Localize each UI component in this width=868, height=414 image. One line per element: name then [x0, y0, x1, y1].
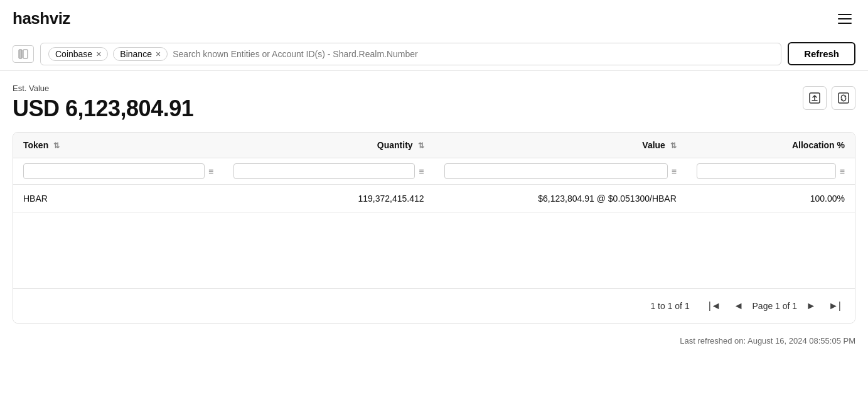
main-content: Est. Value USD 6,123,804.91	[0, 71, 868, 330]
value-section: Est. Value USD 6,123,804.91	[13, 84, 855, 122]
footer: Last refreshed on: August 16, 2024 08:55…	[0, 330, 868, 352]
col-header-quantity[interactable]: Quantity ⇅	[223, 133, 434, 158]
binance-tag-close[interactable]: ×	[156, 50, 161, 58]
search-row: Coinbase × Binance × Refresh	[0, 37, 868, 71]
portfolio-value-block: Est. Value USD 6,123,804.91	[13, 84, 193, 122]
export-icon	[809, 92, 820, 104]
empty-space	[13, 213, 855, 288]
sidebar-toggle-button[interactable]	[13, 45, 34, 63]
sort-quantity-icon: ⇅	[418, 141, 424, 150]
filter-cell-quantity: ≡	[223, 158, 434, 185]
hamburger-menu-button[interactable]	[834, 10, 855, 28]
tag-label: Binance	[120, 49, 152, 59]
pagination-range: 1 to 1 of 1	[650, 301, 689, 311]
data-table: Token ⇅ Quantity ⇅ Value ⇅ Allocation %	[13, 133, 855, 288]
empty-row	[13, 213, 855, 288]
portfolio-table: Token ⇅ Quantity ⇅ Value ⇅ Allocation %	[13, 132, 855, 324]
filter-input-token[interactable]	[23, 163, 205, 179]
export-button[interactable]	[803, 86, 827, 110]
refresh-button[interactable]: Refresh	[788, 42, 855, 65]
last-refreshed-text: Last refreshed on: August 16, 2024 08:55…	[680, 336, 855, 346]
filter-cell-token: ≡	[13, 158, 223, 185]
sidebar-icon	[18, 49, 28, 59]
portfolio-value: USD 6,123,804.91	[13, 95, 193, 122]
svg-rect-0	[19, 50, 22, 58]
cell-token: HBAR	[13, 185, 223, 213]
app-logo: hashviz	[13, 9, 70, 28]
filter-cell-allocation: ≡	[687, 158, 855, 185]
last-page-button[interactable]: ►|	[825, 298, 845, 314]
app-header: hashviz	[0, 0, 868, 37]
coinbase-tag-close[interactable]: ×	[96, 50, 101, 58]
action-buttons	[803, 86, 855, 110]
search-input[interactable]	[173, 49, 773, 59]
filter-row: ≡ ≡ ≡	[13, 158, 855, 185]
binance-filter-tag: Binance ×	[113, 47, 168, 61]
page-indicator: Page 1 of 1	[753, 301, 798, 311]
tag-label: Coinbase	[55, 49, 92, 59]
filter-icon-allocation[interactable]: ≡	[840, 166, 845, 177]
col-header-token[interactable]: Token ⇅	[13, 133, 223, 158]
filter-input-allocation[interactable]	[697, 163, 836, 179]
cell-value: $6,123,804.91 @ $0.051300/HBAR	[434, 185, 687, 213]
svg-rect-1	[23, 50, 28, 58]
pagination-row: 1 to 1 of 1 |◄ ◄ Page 1 of 1 ► ►|	[13, 288, 855, 323]
est-value-label: Est. Value	[13, 84, 193, 93]
col-header-value[interactable]: Value ⇅	[434, 133, 687, 158]
refresh-small-button[interactable]	[832, 86, 855, 110]
refresh-icon	[838, 92, 849, 104]
table-header-row: Token ⇅ Quantity ⇅ Value ⇅ Allocation %	[13, 133, 855, 158]
sort-value-icon: ⇅	[670, 141, 677, 150]
filter-cell-value: ≡	[434, 158, 687, 185]
sort-token-icon: ⇅	[53, 141, 60, 150]
search-bar: Coinbase × Binance ×	[40, 43, 781, 65]
cell-allocation: 100.00%	[687, 185, 855, 213]
prev-page-button[interactable]: ◄	[730, 298, 747, 314]
filter-icon-token[interactable]: ≡	[208, 166, 213, 177]
filter-icon-value[interactable]: ≡	[672, 166, 677, 177]
first-page-button[interactable]: |◄	[705, 298, 725, 314]
coinbase-filter-tag: Coinbase ×	[48, 47, 108, 61]
cell-quantity: 119,372,415.412	[223, 185, 434, 213]
table-row: HBAR 119,372,415.412 $6,123,804.91 @ $0.…	[13, 185, 855, 213]
next-page-button[interactable]: ►	[802, 298, 820, 314]
filter-input-quantity[interactable]	[233, 163, 415, 179]
filter-input-value[interactable]	[444, 163, 668, 179]
svg-rect-3	[839, 93, 849, 103]
filter-icon-quantity[interactable]: ≡	[419, 166, 424, 177]
col-header-allocation[interactable]: Allocation %	[687, 133, 855, 158]
